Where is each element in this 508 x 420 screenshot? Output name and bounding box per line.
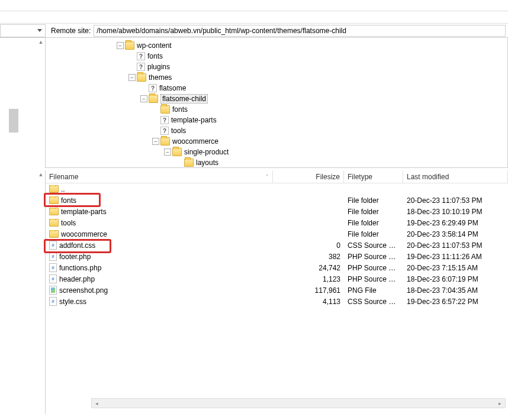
folder-icon bbox=[49, 230, 59, 238]
collapse-icon[interactable]: − bbox=[152, 138, 159, 145]
css-file-icon: # bbox=[49, 241, 57, 250]
file-name-label: screenshot.png bbox=[59, 286, 108, 295]
collapse-icon[interactable]: − bbox=[128, 74, 136, 81]
column-header-filename[interactable]: Filename ˄ bbox=[46, 170, 273, 183]
unknown-folder-icon: ? bbox=[137, 63, 145, 71]
folder-icon bbox=[125, 41, 134, 50]
unknown-folder-icon: ? bbox=[160, 116, 169, 124]
top-bar: Remote site: bbox=[0, 24, 508, 38]
tree-item[interactable]: layouts bbox=[46, 157, 507, 168]
scrollbar-thumb[interactable] bbox=[9, 109, 18, 133]
column-header-filetype[interactable]: Filetype bbox=[344, 170, 403, 183]
file-row[interactable]: #style.css4,113CSS Source File19-Dec-23 … bbox=[46, 296, 508, 307]
file-name-label: woocommerce bbox=[61, 230, 107, 238]
remote-site-label: Remote site: bbox=[50, 27, 92, 35]
file-name-label: header.php bbox=[59, 275, 95, 283]
collapse-icon[interactable]: − bbox=[140, 95, 147, 102]
tree-item-label: wp-content bbox=[137, 41, 172, 50]
file-modified-label: 20-Dec-23 11:07:53 PM bbox=[403, 241, 508, 250]
tree-item[interactable]: −single-product bbox=[46, 147, 507, 157]
list-container: ▲ Filename ˄ Filesize Filetype Last modi… bbox=[0, 170, 508, 414]
file-row[interactable]: #footer.php382PHP Source File19-Dec-23 1… bbox=[46, 251, 508, 262]
tree-item[interactable]: ?plugins bbox=[46, 62, 507, 72]
folder-icon bbox=[160, 105, 170, 114]
remote-tree-panel[interactable]: −wp-content?fonts?plugins−themes?flatsom… bbox=[46, 38, 508, 168]
tree-item-label: fonts bbox=[172, 105, 188, 114]
horizontal-scrollbar[interactable]: ◂ ▸ bbox=[91, 398, 506, 408]
scroll-up-icon[interactable]: ▲ bbox=[37, 170, 45, 179]
tree-item[interactable]: ?tools bbox=[46, 125, 507, 136]
folder-icon bbox=[49, 208, 59, 215]
file-name-label: style.css bbox=[59, 298, 86, 306]
file-type-label: File folder bbox=[344, 196, 403, 205]
tree-item[interactable]: −flatsome-child bbox=[46, 93, 507, 104]
tree-item[interactable]: −woocommerce bbox=[46, 136, 507, 147]
file-size-label: 382 bbox=[273, 253, 344, 261]
tree-item[interactable]: ?template-parts bbox=[46, 115, 507, 125]
folder-icon bbox=[184, 159, 194, 167]
file-row[interactable]: #functions.php24,742PHP Source File20-De… bbox=[46, 262, 508, 273]
tree-item-label: fonts bbox=[147, 52, 163, 60]
css-file-icon: # bbox=[49, 297, 57, 306]
file-type-label: PHP Source File bbox=[344, 264, 403, 272]
file-list-body[interactable]: ..fontsFile folder20-Dec-23 11:07:53 PMt… bbox=[46, 183, 508, 414]
file-modified-label: 19-Dec-23 11:11:26 AM bbox=[403, 253, 508, 261]
file-name-label: .. bbox=[61, 185, 65, 193]
php-file-icon: # bbox=[49, 274, 57, 283]
file-type-label: CSS Source File bbox=[344, 298, 403, 306]
file-row[interactable]: template-partsFile folder18-Dec-23 10:10… bbox=[46, 206, 508, 217]
column-header-filesize[interactable]: Filesize bbox=[273, 170, 344, 183]
file-row[interactable]: screenshot.png117,961PNG File18-Dec-23 7… bbox=[46, 285, 508, 296]
remote-file-list-panel: Filename ˄ Filesize Filetype Last modifi… bbox=[46, 170, 508, 414]
file-row[interactable]: .. bbox=[46, 183, 508, 195]
unknown-folder-icon: ? bbox=[137, 52, 145, 60]
file-modified-label: 18-Dec-23 6:07:19 PM bbox=[403, 275, 508, 283]
scroll-right-icon[interactable]: ▸ bbox=[495, 399, 505, 408]
scroll-up-icon[interactable]: ▲ bbox=[37, 38, 45, 46]
file-size-label: 1,123 bbox=[273, 275, 344, 283]
collapse-icon[interactable]: − bbox=[117, 42, 124, 49]
unknown-folder-icon: ? bbox=[149, 84, 157, 92]
chevron-down-icon bbox=[36, 25, 44, 36]
tree-item[interactable]: ?fonts bbox=[46, 51, 507, 62]
file-type-label: File folder bbox=[344, 208, 403, 216]
collapse-icon[interactable]: − bbox=[164, 148, 171, 156]
mid-container: ▲ −wp-content?fonts?plugins−themes?flats… bbox=[0, 38, 508, 168]
file-modified-label: 20-Dec-23 3:58:14 PM bbox=[403, 230, 508, 238]
tree-item-label: single-product bbox=[184, 148, 229, 156]
file-type-label: CSS Source File bbox=[344, 241, 403, 250]
tree-item[interactable]: −wp-content bbox=[46, 40, 507, 51]
tree-item-label: plugins bbox=[147, 63, 170, 71]
file-modified-label: 18-Dec-23 7:04:35 AM bbox=[403, 286, 508, 295]
file-row[interactable]: #addfont.css0CSS Source File20-Dec-23 11… bbox=[46, 240, 508, 251]
file-size-label: 4,113 bbox=[273, 298, 344, 306]
tree-item[interactable]: fonts bbox=[46, 104, 507, 115]
file-row[interactable]: toolsFile folder19-Dec-23 6:29:49 PM bbox=[46, 217, 508, 228]
local-site-dropdown[interactable] bbox=[0, 24, 46, 37]
file-modified-label: 18-Dec-23 10:10:19 PM bbox=[403, 208, 508, 216]
column-label: Filetype bbox=[348, 173, 372, 181]
folder-icon bbox=[137, 73, 146, 82]
file-name-label: tools bbox=[61, 219, 76, 227]
sort-ascending-icon: ˄ bbox=[266, 174, 269, 180]
file-size-label: 117,961 bbox=[273, 286, 344, 295]
column-header-modified[interactable]: Last modified bbox=[403, 170, 508, 183]
file-type-label: PNG File bbox=[344, 286, 403, 295]
tree-item[interactable]: −themes bbox=[46, 72, 507, 83]
file-row[interactable]: woocommerceFile folder20-Dec-23 3:58:14 … bbox=[46, 228, 508, 240]
tree-item-label: layouts bbox=[196, 159, 218, 167]
remote-path-input[interactable] bbox=[94, 25, 506, 37]
tree-item-label: woocommerce bbox=[172, 137, 218, 146]
local-list-scrollbar[interactable]: ▲ bbox=[37, 170, 45, 414]
scroll-left-icon[interactable]: ◂ bbox=[92, 399, 102, 408]
local-tree-scrollbar[interactable]: ▲ bbox=[37, 38, 45, 168]
tree-item-label: flatsome-child bbox=[160, 94, 208, 104]
file-row[interactable]: fontsFile folder20-Dec-23 11:07:53 PM bbox=[46, 195, 508, 206]
tree-item[interactable]: ?flatsome bbox=[46, 83, 507, 93]
php-file-icon: # bbox=[49, 252, 57, 261]
column-label: Filename bbox=[49, 173, 78, 181]
file-type-label: File folder bbox=[344, 219, 403, 227]
file-type-label: File folder bbox=[344, 230, 403, 238]
file-name-label: functions.php bbox=[59, 264, 101, 272]
file-row[interactable]: #header.php1,123PHP Source File18-Dec-23… bbox=[46, 273, 508, 285]
